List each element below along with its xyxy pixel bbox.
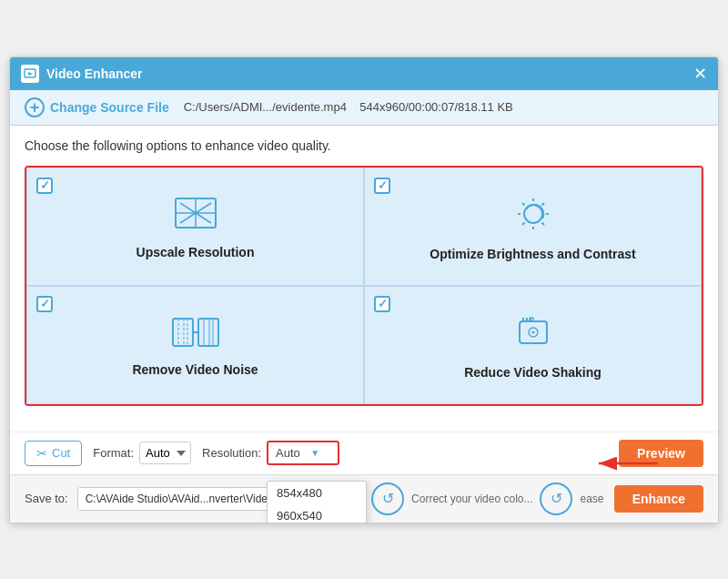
- file-path: C:/Users/ADMI.../evidente.mp4 544x960/00…: [184, 100, 703, 114]
- shaking-label: Reduce Video Shaking: [464, 365, 602, 380]
- noise-icon: [171, 315, 220, 353]
- shaking-checkbox[interactable]: [374, 296, 390, 312]
- titlebar: Video Enhancer ✕: [10, 57, 718, 90]
- instruction-text: Choose the following options to enhance …: [25, 138, 703, 153]
- titlebar-title: Video Enhancer: [46, 66, 143, 81]
- resolution-option-854x480[interactable]: 854x480: [268, 482, 366, 504]
- option-upscale[interactable]: Upscale Resolution: [26, 168, 364, 286]
- preview-circle-icon: ↺: [371, 482, 404, 515]
- upscale-label: Upscale Resolution: [136, 245, 255, 259]
- format-label: Format:: [93, 446, 134, 460]
- preview-area-text: Correct your video colo...: [411, 493, 532, 505]
- enhance-button[interactable]: Enhance: [614, 485, 703, 513]
- arrow-indicator: [590, 450, 662, 480]
- options-grid: Upscale Resolution: [25, 166, 703, 406]
- option-brightness[interactable]: Optimize Brightness and Contrast: [364, 168, 702, 286]
- svg-rect-8: [173, 319, 193, 346]
- resolution-option-960x540[interactable]: 960x540: [268, 504, 366, 523]
- brightness-checkbox[interactable]: [374, 178, 390, 194]
- resolution-label: Resolution:: [202, 446, 261, 460]
- upscale-icon: [173, 196, 218, 236]
- shaking-icon: [511, 312, 556, 356]
- file-info-text: 544x960/00:00:07/818.11 KB: [359, 100, 512, 114]
- resolution-select-wrapper: Auto 854x480 960x540 960x640 1024x600 12…: [267, 441, 339, 465]
- save-to-label: Save to:: [25, 492, 68, 505]
- content-area: Choose the following options to enhance …: [10, 126, 718, 432]
- noise-label: Remove Video Noise: [132, 362, 258, 377]
- main-window: Video Enhancer ✕ + Change Source File C:…: [9, 56, 719, 523]
- scissors-icon: ✂: [36, 446, 47, 461]
- preview-area: ↺ Correct your video colo... ↺ ease: [371, 482, 605, 515]
- preview-circle2-icon: ↺: [540, 482, 572, 515]
- svg-marker-1: [28, 72, 33, 76]
- resolution-group: Resolution: Auto 854x480 960x540 960x640…: [202, 441, 339, 465]
- toolbar: + Change Source File C:/Users/ADMI.../ev…: [10, 90, 718, 126]
- cut-label: Cut: [52, 446, 70, 460]
- format-select[interactable]: Auto MP4 MKV AVI: [139, 442, 191, 464]
- resolution-button[interactable]: Auto: [267, 441, 339, 465]
- noise-checkbox[interactable]: [36, 296, 53, 312]
- app-icon: [21, 65, 39, 83]
- upscale-checkbox[interactable]: [36, 178, 53, 194]
- bottom-bar: ✂ Cut Format: Auto MP4 MKV AVI Resolutio…: [10, 432, 718, 474]
- cut-button[interactable]: ✂ Cut: [25, 441, 82, 466]
- option-noise[interactable]: Remove Video Noise: [26, 286, 364, 404]
- format-group: Format: Auto MP4 MKV AVI: [93, 442, 191, 464]
- plus-circle-icon: +: [25, 97, 45, 117]
- option-shaking[interactable]: Reduce Video Shaking: [364, 286, 702, 404]
- file-path-text: C:/Users/ADMI.../evidente.mp4: [184, 100, 347, 114]
- resolution-dropdown: 854x480 960x540 960x640 1024x600 1280x72…: [267, 481, 367, 523]
- svg-point-19: [531, 330, 534, 333]
- change-source-button[interactable]: + Change Source File: [25, 97, 169, 117]
- svg-rect-9: [198, 319, 218, 346]
- titlebar-left: Video Enhancer: [21, 65, 143, 83]
- change-source-label: Change Source File: [50, 100, 169, 115]
- close-button[interactable]: ✕: [693, 66, 707, 82]
- brightness-icon: [511, 194, 556, 238]
- brightness-label: Optimize Brightness and Contrast: [430, 247, 635, 261]
- ease-text: ease: [580, 493, 603, 505]
